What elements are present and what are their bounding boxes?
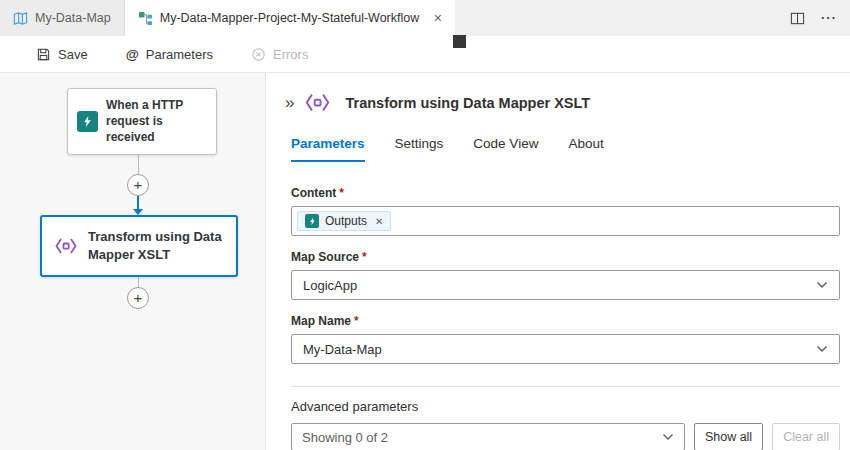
tab-bar-actions: ⋯ <box>790 0 850 36</box>
panel-title: Transform using Data Mapper XSLT <box>345 95 590 111</box>
http-request-icon <box>77 111 98 132</box>
advanced-parameters-select[interactable]: Showing 0 of 2 <box>291 423 685 450</box>
advanced-parameters-label: Advanced parameters <box>291 399 840 414</box>
map-name-value: My-Data-Map <box>303 342 382 357</box>
token-label: Outputs <box>325 214 367 228</box>
chevron-down-icon <box>662 433 674 441</box>
tab-my-data-map[interactable]: My-Data-Map <box>0 0 125 36</box>
errors-icon <box>251 47 266 62</box>
save-button[interactable]: Save <box>36 47 88 62</box>
chevron-down-icon <box>816 281 828 289</box>
trigger-card[interactable]: When a HTTP request is received <box>67 88 217 155</box>
show-all-button[interactable]: Show all <box>694 423 763 450</box>
map-source-select[interactable]: LogicApp <box>291 270 840 300</box>
action-card-selected[interactable]: Transform using Data Mapper XSLT <box>40 215 238 277</box>
tab-settings[interactable]: Settings <box>395 136 444 162</box>
tab-label: My-Data-Map <box>35 11 111 25</box>
panel-data-mapper-icon <box>304 89 331 116</box>
save-icon <box>36 47 51 62</box>
tab-workflow[interactable]: My-Data-Mapper-Project-My-Stateful-Workf… <box>125 0 456 36</box>
collapse-panel-icon[interactable]: » <box>285 94 294 111</box>
designer-toolbar: Save @ Parameters Errors <box>0 36 850 73</box>
tab-parameters[interactable]: Parameters <box>291 136 365 162</box>
errors-label: Errors <box>273 47 308 62</box>
parameters-label: Parameters <box>146 47 213 62</box>
parameters-form: Content* Outputs ✕ Map Source* LogicApp … <box>291 186 840 450</box>
action-details-panel: » Transform using Data Mapper XSLT Param… <box>267 73 850 450</box>
content-field-label: Content* <box>291 186 840 200</box>
workflow-canvas: When a HTTP request is received + Transf… <box>0 73 266 450</box>
tab-about[interactable]: About <box>568 136 603 162</box>
data-map-tab-icon <box>13 11 28 26</box>
required-marker: * <box>339 186 344 200</box>
advanced-parameters-row: Showing 0 of 2 Show all Clear all <box>291 423 840 450</box>
tab-label: My-Data-Mapper-Project-My-Stateful-Workf… <box>160 11 420 25</box>
panel-header: » Transform using Data Mapper XSLT <box>285 89 840 116</box>
editor-tab-bar: My-Data-Map My-Data-Mapper-Project-My-St… <box>0 0 850 36</box>
connector-line-selected <box>137 196 139 209</box>
errors-button[interactable]: Errors <box>251 47 308 62</box>
more-actions-icon[interactable]: ⋯ <box>820 10 836 26</box>
action-card-title: Transform using Data Mapper XSLT <box>88 228 224 263</box>
map-name-label: Map Name* <box>291 314 840 328</box>
close-tab-icon[interactable]: ✕ <box>433 12 442 25</box>
map-name-select[interactable]: My-Data-Map <box>291 334 840 364</box>
workflow-tab-icon <box>138 11 153 26</box>
section-divider <box>291 386 840 387</box>
tab-code-view[interactable]: Code View <box>473 136 538 162</box>
required-marker: * <box>354 314 359 328</box>
insert-step-button-1[interactable]: + <box>127 174 149 196</box>
map-source-value: LogicApp <box>303 278 357 293</box>
panel-tab-strip: Parameters Settings Code View About <box>291 136 840 162</box>
content-input[interactable]: Outputs ✕ <box>291 206 840 236</box>
required-marker: * <box>362 250 367 264</box>
chevron-down-icon <box>816 345 828 353</box>
split-editor-icon[interactable] <box>790 11 805 26</box>
trigger-card-title: When a HTTP request is received <box>106 97 207 146</box>
insert-step-button-2[interactable]: + <box>127 287 149 309</box>
outputs-token[interactable]: Outputs ✕ <box>297 211 391 231</box>
parameters-icon: @ <box>126 47 139 62</box>
data-mapper-icon <box>54 234 78 258</box>
app-window: { "tab_bar": { "tabs": [ { "label": "My-… <box>0 0 850 450</box>
advanced-parameters-value: Showing 0 of 2 <box>302 430 388 445</box>
parameters-button[interactable]: @ Parameters <box>126 47 213 62</box>
dark-square-artifact <box>453 35 466 48</box>
save-label: Save <box>58 47 88 62</box>
map-source-label: Map Source* <box>291 250 840 264</box>
token-request-icon <box>305 214 319 228</box>
token-dismiss-icon[interactable]: ✕ <box>375 216 383 227</box>
clear-all-button[interactable]: Clear all <box>772 423 840 450</box>
